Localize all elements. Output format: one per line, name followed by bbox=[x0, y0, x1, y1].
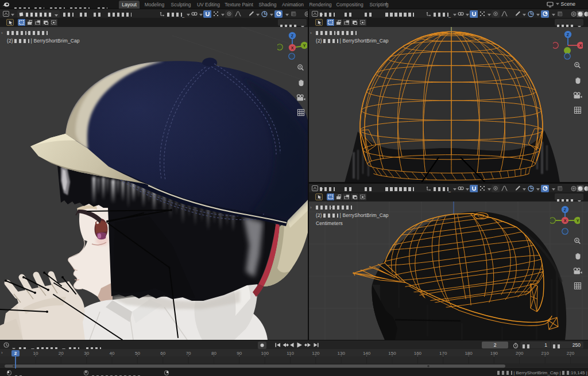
svg-text:120: 120 bbox=[312, 351, 320, 356]
svg-text:100: 100 bbox=[261, 351, 269, 356]
svg-text:220: 220 bbox=[567, 351, 575, 356]
svg-text:40: 40 bbox=[110, 351, 115, 356]
svg-text:30: 30 bbox=[84, 351, 89, 356]
svg-text:160: 160 bbox=[414, 351, 422, 356]
svg-text:X: X bbox=[564, 219, 567, 223]
svg-text:150: 150 bbox=[388, 351, 396, 356]
svg-text:80: 80 bbox=[211, 351, 216, 356]
svg-text:60: 60 bbox=[160, 351, 165, 356]
svg-text:50: 50 bbox=[135, 351, 140, 356]
svg-text:Z: Z bbox=[291, 34, 294, 38]
svg-text:190: 190 bbox=[490, 351, 498, 356]
svg-text:X: X bbox=[291, 46, 294, 50]
svg-text:20: 20 bbox=[59, 351, 64, 356]
svg-text:130: 130 bbox=[338, 351, 346, 356]
svg-text:10: 10 bbox=[33, 351, 38, 356]
svg-text:Z: Z bbox=[564, 208, 567, 212]
svg-text:Y: Y bbox=[303, 44, 306, 48]
svg-text:90: 90 bbox=[237, 351, 242, 356]
svg-text:180: 180 bbox=[465, 351, 473, 356]
svg-text:210: 210 bbox=[541, 351, 550, 356]
svg-text:200: 200 bbox=[516, 351, 524, 356]
svg-text:170: 170 bbox=[439, 351, 447, 356]
svg-text:Z: Z bbox=[567, 33, 570, 37]
svg-text:140: 140 bbox=[363, 351, 371, 356]
svg-text:70: 70 bbox=[186, 351, 191, 356]
svg-text:110: 110 bbox=[287, 351, 294, 356]
svg-text:Y: Y bbox=[577, 219, 579, 223]
svg-text:X: X bbox=[579, 44, 582, 48]
